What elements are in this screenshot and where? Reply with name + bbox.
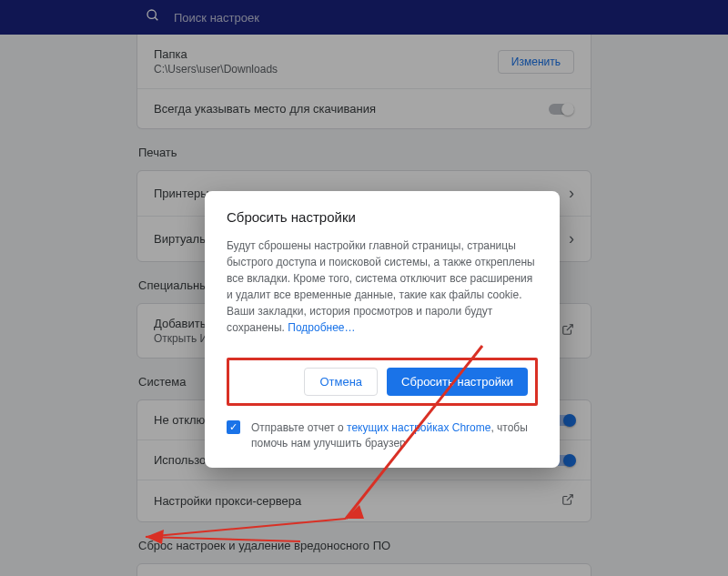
dialog-actions: Отмена Сбросить настройки	[227, 358, 538, 406]
confirm-reset-button[interactable]: Сбросить настройки	[387, 368, 528, 396]
feedback-row[interactable]: ✓ Отправьте отчет о текущих настройках C…	[227, 420, 538, 451]
feedback-link[interactable]: текущих настройках Chrome	[347, 421, 490, 434]
dialog-title: Сбросить настройки	[227, 209, 538, 225]
learn-more-link[interactable]: Подробнее…	[288, 321, 355, 334]
feedback-text: Отправьте отчет о текущих настройках Chr…	[251, 420, 538, 451]
dialog-body: Будут сброшены настройки главной страниц…	[227, 237, 538, 336]
reset-dialog: Сбросить настройки Будут сброшены настро…	[205, 191, 560, 468]
cancel-button[interactable]: Отмена	[304, 368, 378, 396]
feedback-checkbox[interactable]: ✓	[227, 420, 240, 434]
